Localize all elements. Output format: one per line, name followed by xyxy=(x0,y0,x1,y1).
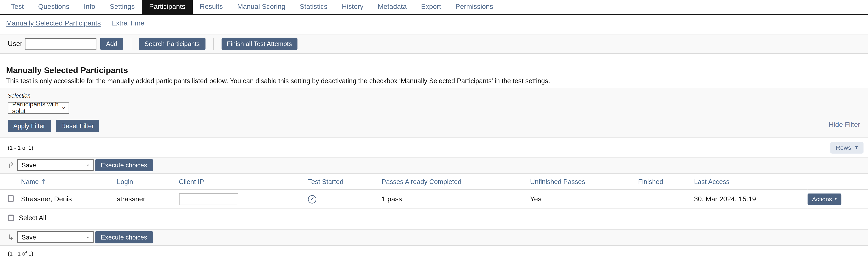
bulk-action-select-top[interactable]: Save ⌄ xyxy=(17,159,94,171)
user-input[interactable] xyxy=(25,38,97,50)
selection-select[interactable]: Participants with solut ⌄ xyxy=(8,102,69,113)
column-passes-already-completed[interactable]: Passes Already Completed xyxy=(382,173,530,190)
column-login[interactable]: Login xyxy=(117,173,179,190)
result-count-bottom: (1 - 1 of 1) xyxy=(0,245,868,256)
cell-passes-completed: 1 pass xyxy=(382,190,530,208)
row-checkbox[interactable] xyxy=(8,195,14,202)
apply-to-selected-bottom-icon: ↳ xyxy=(8,233,17,241)
subtab-extra-time[interactable]: Extra Time xyxy=(111,19,144,27)
column-last-access[interactable]: Last Access xyxy=(694,173,807,190)
chevron-down-icon: ⌄ xyxy=(86,233,90,239)
test-participants-page: Test Questions Info Settings Participant… xyxy=(0,0,868,258)
column-checkbox xyxy=(0,173,21,190)
bulk-actions-top: ↱ Save ⌄ Execute choices xyxy=(0,157,868,173)
rows-button-label: Rows xyxy=(836,144,851,151)
finish-all-test-attempts-button[interactable]: Finish all Test Attempts xyxy=(221,38,298,50)
subtab-manually-selected-participants[interactable]: Manually Selected Participants xyxy=(6,19,101,27)
chevron-down-icon: ⌄ xyxy=(61,104,66,110)
client-ip-input[interactable] xyxy=(179,193,238,205)
page-description: This test is only accessible for the man… xyxy=(6,77,868,85)
bulk-action-value: Save xyxy=(22,162,36,168)
column-unfinished-passes[interactable]: Unfinished Passes xyxy=(530,173,638,190)
checkmark-glyph: ✔ xyxy=(310,197,314,202)
column-client-ip[interactable]: Client IP xyxy=(179,173,308,190)
caret-down-icon: ▾ xyxy=(835,197,837,201)
tab-settings[interactable]: Settings xyxy=(102,0,142,14)
apply-filter-button[interactable]: Apply Filter xyxy=(8,119,51,132)
tab-permissions[interactable]: Permissions xyxy=(448,0,500,14)
table-header-row: Name↑ Login Client IP Test Started Passe… xyxy=(0,173,868,190)
table-row: Strassner, Denis strassner ✔ 1 pass Yes … xyxy=(0,190,868,208)
select-all-row: Select All xyxy=(0,209,868,226)
tab-metadata[interactable]: Metadata xyxy=(371,0,414,14)
result-count-top: (1 - 1 of 1) xyxy=(8,144,33,150)
column-name[interactable]: Name↑ xyxy=(21,173,117,190)
reset-filter-button[interactable]: Reset Filter xyxy=(56,119,99,132)
tab-questions[interactable]: Questions xyxy=(31,0,76,14)
main-tab-bar: Test Questions Info Settings Participant… xyxy=(0,0,868,15)
tab-history[interactable]: History xyxy=(335,0,371,14)
tab-manual-scoring[interactable]: Manual Scoring xyxy=(230,0,292,14)
user-label: User xyxy=(8,40,22,48)
add-button[interactable]: Add xyxy=(100,38,123,50)
search-participants-button[interactable]: Search Participants xyxy=(139,38,205,50)
selection-select-value: Participants with solut xyxy=(12,101,61,114)
test-started-check-icon: ✔ xyxy=(308,195,316,203)
tab-participants[interactable]: Participants xyxy=(142,0,192,14)
apply-to-selected-top-icon: ↱ xyxy=(8,161,17,169)
toolbar-separator xyxy=(131,38,131,50)
selection-label: Selection xyxy=(8,93,860,99)
column-actions xyxy=(808,173,868,190)
filter-panel: Selection Participants with solut ⌄ Appl… xyxy=(0,88,868,137)
select-all-checkbox[interactable] xyxy=(8,214,14,221)
actions-button[interactable]: Actions ▾ xyxy=(808,193,841,205)
caret-down-icon: ▼ xyxy=(855,146,858,149)
tab-results[interactable]: Results xyxy=(192,0,230,14)
add-participant-toolbar: User Add Search Participants Finish all … xyxy=(0,34,868,54)
bulk-action-value: Save xyxy=(22,234,36,240)
sort-ascending-icon: ↑ xyxy=(41,178,46,185)
bulk-actions-bottom: ↳ Save ⌄ Execute choices xyxy=(0,229,868,245)
column-name-label: Name xyxy=(21,178,39,185)
execute-choices-button-bottom[interactable]: Execute choices xyxy=(95,231,153,243)
tab-export[interactable]: Export xyxy=(414,0,448,14)
hide-filter-link[interactable]: Hide Filter xyxy=(829,121,860,128)
filter-buttons: Apply Filter Reset Filter xyxy=(8,119,860,132)
cell-last-access: 30. Mar 2024, 15:19 xyxy=(694,190,807,208)
column-finished[interactable]: Finished xyxy=(638,173,694,190)
select-all-label: Select All xyxy=(19,214,46,222)
actions-button-label: Actions xyxy=(812,196,832,202)
page-title: Manually Selected Participants xyxy=(6,65,868,75)
pagination-row: (1 - 1 of 1) Rows ▼ xyxy=(0,137,868,156)
rows-button[interactable]: Rows ▼ xyxy=(831,142,864,153)
cell-finished xyxy=(638,190,694,208)
tab-info[interactable]: Info xyxy=(76,0,102,14)
cell-name: Strassner, Denis xyxy=(21,190,117,208)
bulk-action-select-bottom[interactable]: Save ⌄ xyxy=(17,231,94,243)
chevron-down-icon: ⌄ xyxy=(86,161,90,167)
execute-choices-button-top[interactable]: Execute choices xyxy=(95,159,153,171)
tab-test[interactable]: Test xyxy=(4,0,31,14)
tab-statistics[interactable]: Statistics xyxy=(292,0,335,14)
sub-tab-bar: Manually Selected Participants Extra Tim… xyxy=(6,19,868,27)
cell-login: strassner xyxy=(117,190,179,208)
cell-unfinished-passes: Yes xyxy=(530,190,638,208)
toolbar-separator xyxy=(213,38,214,50)
column-test-started[interactable]: Test Started xyxy=(308,173,382,190)
participants-table: Name↑ Login Client IP Test Started Passe… xyxy=(0,173,868,209)
